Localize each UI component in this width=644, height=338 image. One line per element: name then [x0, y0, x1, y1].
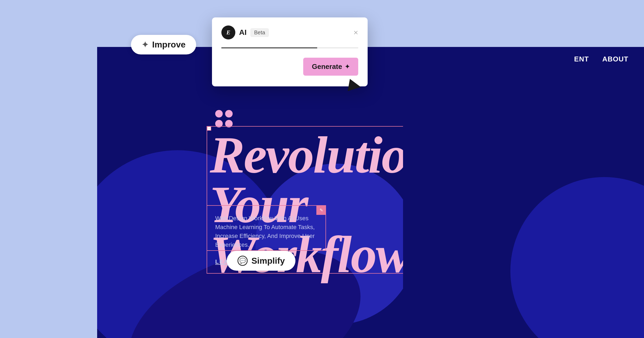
flower-grid-icon [215, 110, 233, 128]
ai-logo-group: E AI Beta [221, 25, 269, 39]
ai-input-line [221, 47, 358, 48]
nav-item-ent[interactable]: ENT [574, 55, 589, 63]
hero-right-extension: ENT ABOUT [403, 47, 644, 338]
close-button[interactable]: × [353, 28, 358, 37]
ai-label: AI [239, 28, 247, 37]
simplify-chat-icon: 💬 [237, 256, 248, 266]
flower-dot-1 [215, 110, 223, 117]
ai-panel-header: E AI Beta × [221, 25, 358, 39]
ai-panel-footer: Generate ✦ [221, 55, 358, 76]
ai-panel: E AI Beta × Generate ✦ [212, 17, 368, 86]
generate-sparkle-icon: ✦ [345, 63, 350, 70]
flower-dot-2 [225, 110, 233, 117]
simplify-button[interactable]: 💬 Simplify [227, 251, 295, 271]
generate-label: Generate [312, 63, 342, 71]
logo-letter: E [226, 29, 230, 36]
elementor-logo: E [221, 25, 235, 39]
simplify-label: Simplify [251, 256, 285, 266]
description-text: Web Design Workflow With AI Uses Machine… [207, 206, 325, 257]
description-box: ✎ Web Design Workflow With AI Uses Machi… [207, 205, 326, 251]
beta-badge: Beta [250, 28, 269, 37]
ai-input-area [221, 47, 358, 48]
nav-right: ENT ABOUT [574, 55, 628, 63]
edit-icon[interactable]: ✎ [316, 205, 326, 215]
headline-line1: Revolutionize [210, 130, 403, 180]
decorative-curve-right [510, 177, 644, 338]
improve-label: Improve [152, 40, 185, 50]
improve-button[interactable]: ✦ Improve [131, 35, 196, 54]
improve-sparkle-icon: ✦ [142, 40, 148, 49]
generate-button[interactable]: Generate ✦ [303, 58, 358, 76]
nav-item-about[interactable]: ABOUT [602, 55, 628, 63]
